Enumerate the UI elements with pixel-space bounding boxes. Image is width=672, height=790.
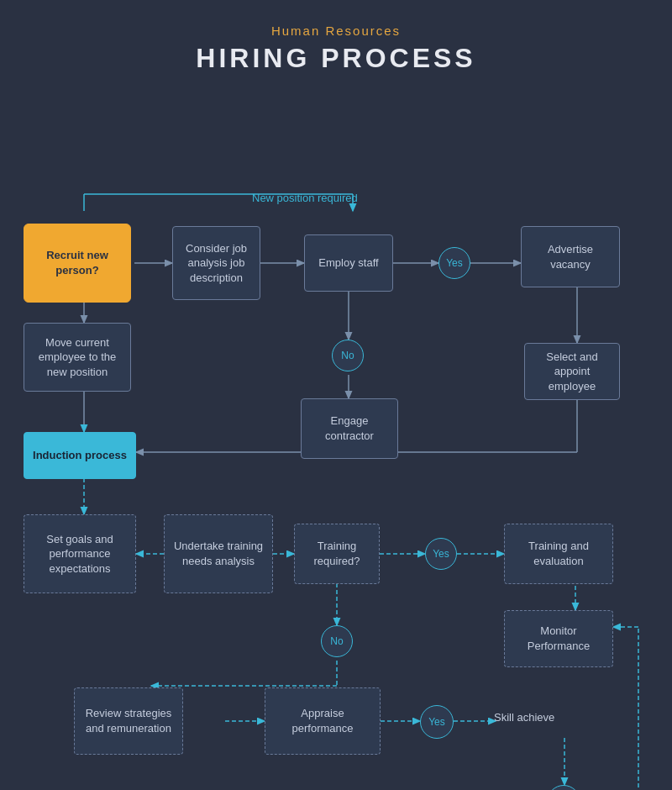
page-title: HIRING PROCESS: [0, 43, 672, 74]
training-eval-box: Training and evaluation: [504, 524, 613, 584]
page-header: Human Resources HIRING PROCESS: [0, 0, 672, 89]
recruit-box: Recruit new person?: [24, 224, 131, 303]
no-circle-3: No: [547, 785, 580, 790]
induction-box: Induction process: [24, 432, 136, 479]
new-position-label: New position required: [252, 192, 358, 204]
undertake-training-box: Undertake training needs analysis: [164, 514, 273, 593]
move-employee-box: Move current employee to the new positio…: [24, 323, 131, 392]
no-circle-1: No: [332, 340, 364, 371]
review-strat-box: Review strategies and remuneration: [74, 687, 183, 755]
no-circle-2: No: [321, 625, 353, 657]
appraise-box: Appraise performance: [265, 687, 381, 755]
engage-contractor-box: Engage contractor: [301, 398, 398, 459]
yes-circle-3: Yes: [420, 705, 454, 739]
set-goals-box: Set goals and performance expectations: [24, 514, 136, 593]
advertise-box: Advertise vacancy: [521, 226, 620, 287]
training-required-box: Training required?: [294, 524, 380, 584]
consider-job-box: Consider job analysis job description: [172, 226, 260, 300]
monitor-box: Monitor Performance: [504, 610, 613, 667]
skill-achieve-label: Skill achieve: [494, 711, 554, 724]
yes-circle-2: Yes: [425, 538, 457, 570]
flowchart-diagram: New position required Recruit new person…: [0, 89, 672, 790]
select-appoint-box: Select and appoint employee: [524, 343, 620, 400]
yes-circle-1: Yes: [438, 247, 470, 279]
page-subtitle: Human Resources: [0, 24, 672, 38]
employ-staff-box: Employ staff: [304, 234, 393, 292]
